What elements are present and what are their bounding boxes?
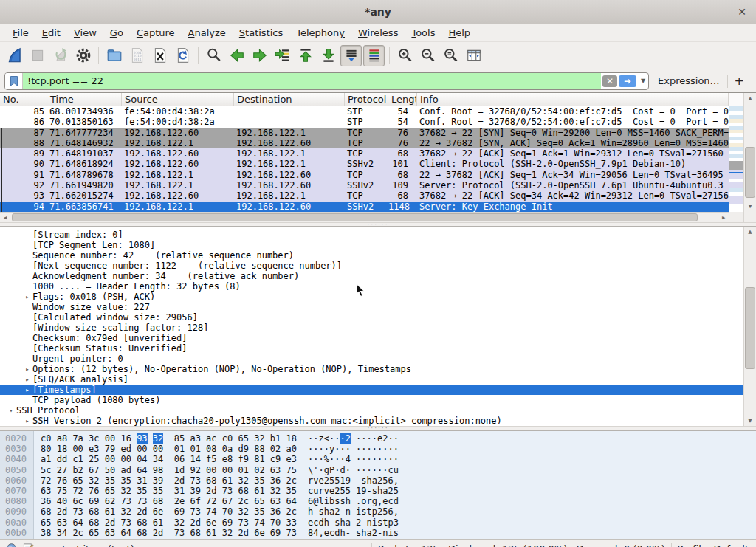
column-header-no[interactable]: No. — [0, 93, 47, 106]
detail-line[interactable]: TCP payload (1080 bytes) — [0, 395, 743, 405]
menu-capture[interactable]: Capture — [130, 26, 182, 40]
hex-row-0040[interactable]: 0040a1 dd c1 25 00 00 04 34 06 14 f5 e8 … — [0, 454, 756, 464]
packet-row-92[interactable]: 9271.661949820192.168.122.1192.168.122.6… — [0, 180, 729, 190]
detail-line[interactable]: Urgent pointer: 0 — [0, 354, 743, 364]
add-filter-button[interactable]: + — [728, 74, 752, 88]
packet-row-85[interactable]: 8568.001734936fe:54:00:d4:38:2aSTP54Conf… — [0, 106, 729, 117]
capture-comment-icon[interactable] — [23, 543, 34, 547]
file-open-button[interactable] — [103, 45, 125, 66]
filter-bookmark-icon[interactable] — [5, 73, 23, 89]
detail-line[interactable]: Acknowledgment number: 34 (relative ack … — [0, 271, 743, 281]
hscroll-trough[interactable] — [10, 213, 718, 222]
packet-list-vscrollbar[interactable]: ▲ ▼ — [743, 93, 756, 222]
packet-list-hscrollbar[interactable]: ◀ ▶ — [0, 212, 729, 222]
packet-row-86[interactable]: 8670.013850163fe:54:00:d4:38:2aSTP54Conf… — [0, 117, 729, 127]
hex-row-0080[interactable]: 008036 40 6c 69 62 73 73 68 2e 6f 72 67 … — [0, 496, 756, 506]
hscroll-right-arrow[interactable]: ▶ — [718, 215, 729, 221]
filter-clear-button[interactable]: ✕ — [602, 75, 617, 87]
details-vscrollbar[interactable]: ▲ ▼ — [743, 227, 756, 426]
packet-row-94[interactable]: 9471.663856741192.168.122.1192.168.122.6… — [0, 202, 729, 212]
vscroll-trough[interactable] — [744, 103, 756, 202]
packet-row-91[interactable]: 9171.648789678192.168.122.1192.168.122.6… — [0, 170, 729, 180]
menu-help[interactable]: Help — [441, 26, 477, 40]
go-previous-button[interactable] — [226, 45, 247, 66]
filter-apply-button[interactable]: ➜ — [619, 75, 636, 87]
tree-collapsed-icon[interactable]: ▸ — [22, 364, 32, 374]
file-save-button[interactable]: 010101100011 — [126, 45, 148, 66]
resize-columns-button[interactable] — [463, 45, 484, 66]
tree-collapsed-icon[interactable]: ▸ — [22, 416, 32, 426]
display-filter-field[interactable]: !tcp.port == 22 ✕ ➜ ▼ — [4, 72, 649, 90]
detail-line[interactable]: [Window size scaling factor: 128] — [0, 323, 743, 333]
expression-button[interactable]: Expression… — [649, 75, 727, 86]
hscroll-left-arrow[interactable]: ◀ — [0, 215, 10, 221]
auto-scroll-button[interactable] — [340, 45, 362, 66]
tree-collapsed-icon[interactable]: ▸ — [22, 385, 32, 395]
expert-info-icon[interactable] — [6, 543, 17, 547]
column-header-source[interactable]: Source — [122, 93, 234, 106]
detail-line[interactable]: ▸[Timestamps] — [0, 385, 743, 395]
detail-line[interactable]: [Stream index: 0] — [0, 230, 743, 240]
go-to-packet-button[interactable] — [272, 45, 293, 66]
menu-tools[interactable]: Tools — [405, 26, 441, 40]
column-header-time[interactable]: Time — [47, 93, 122, 106]
menu-view[interactable]: View — [67, 26, 103, 40]
details-scroll-down-arrow[interactable]: ▼ — [744, 416, 756, 426]
file-close-button[interactable] — [149, 45, 171, 66]
detail-line[interactable]: [TCP Segment Len: 1080] — [0, 240, 743, 250]
hex-row-0030[interactable]: 003080 18 00 e3 79 ed 00 00 01 01 08 0a … — [0, 444, 756, 454]
filter-dropdown-arrow[interactable]: ▼ — [638, 73, 648, 89]
detail-line[interactable]: [Calculated window size: 29056] — [0, 312, 743, 323]
find-packet-button[interactable] — [203, 45, 224, 66]
details-scroll-up-arrow[interactable]: ▲ — [744, 227, 756, 237]
column-header-protocol[interactable]: Protocol — [345, 93, 388, 106]
intelligent-scrollbar-minimap[interactable] — [729, 93, 743, 222]
menu-edit[interactable]: Edit — [35, 26, 67, 40]
hex-row-00b0[interactable]: 00b038 34 2c 65 63 64 68 2d 73 68 61 32 … — [0, 528, 756, 538]
go-first-button[interactable] — [295, 45, 316, 66]
detail-line[interactable]: 1000 .... = Header Length: 32 bytes (8) — [0, 281, 743, 292]
hex-row-00a0[interactable]: 00a065 63 64 68 2d 73 68 61 32 2d 6e 69 … — [0, 517, 756, 528]
hex-row-0090[interactable]: 009068 2d 73 68 61 32 2d 6e 69 73 74 70 … — [0, 506, 756, 517]
zoom-in-button[interactable] — [394, 45, 416, 66]
capture-options-button[interactable] — [72, 45, 94, 66]
vscroll-up-arrow[interactable]: ▲ — [744, 93, 756, 103]
menu-telephony[interactable]: Telephony — [289, 26, 351, 40]
zoom-original-button[interactable] — [440, 45, 461, 66]
capture-start-button[interactable] — [4, 45, 25, 66]
file-reload-button[interactable] — [172, 45, 193, 66]
menu-file[interactable]: File — [6, 26, 35, 40]
vscroll-thumb[interactable] — [745, 147, 755, 198]
details-scroll-thumb[interactable] — [745, 287, 755, 369]
menu-wireless[interactable]: Wireless — [351, 26, 405, 40]
details-scroll-trough[interactable] — [744, 237, 756, 416]
tree-collapsed-icon[interactable]: ▸ — [22, 292, 32, 302]
capture-stop-button[interactable] — [27, 45, 48, 66]
column-header-length[interactable]: Length — [388, 93, 417, 106]
packet-row-87[interactable]: 8771.647777234192.168.122.60192.168.122.… — [0, 128, 729, 138]
title-bar[interactable]: *any ✕ — [0, 0, 756, 24]
detail-line[interactable]: ▸[SEQ/ACK analysis] — [0, 374, 743, 385]
filter-input[interactable]: !tcp.port == 22 — [23, 73, 601, 89]
zoom-out-button[interactable] — [417, 45, 439, 66]
colorize-button[interactable] — [363, 45, 385, 66]
column-header-destination[interactable]: Destination — [234, 93, 345, 106]
tree-collapsed-icon[interactable]: ▸ — [22, 374, 32, 385]
go-next-button[interactable] — [249, 45, 270, 66]
detail-line[interactable]: [Next sequence number: 1122 (relative se… — [0, 261, 743, 271]
packet-list-header[interactable]: No.TimeSourceDestinationProtocolLengthIn… — [0, 93, 729, 106]
packet-row-88[interactable]: 8871.648146932192.168.122.1192.168.122.6… — [0, 138, 729, 148]
status-profile[interactable]: Profile: Default — [678, 543, 756, 547]
go-last-button[interactable] — [317, 45, 339, 66]
detail-line[interactable]: Checksum: 0x79ed [unverified] — [0, 333, 743, 343]
vscroll-down-arrow[interactable]: ▼ — [744, 202, 756, 212]
detail-line[interactable]: Sequence number: 42 (relative sequence n… — [0, 250, 743, 261]
hex-row-0020[interactable]: 0020c0 a8 7a 3c 00 16 93 32 85 a3 ac c0 … — [0, 433, 756, 444]
detail-line[interactable]: Window size value: 227 — [0, 302, 743, 312]
tree-expanded-icon[interactable]: ▾ — [6, 405, 16, 416]
hex-row-0060[interactable]: 006072 76 65 32 35 35 31 39 2d 73 68 61 … — [0, 475, 756, 486]
detail-line[interactable]: ▸Flags: 0x018 (PSH, ACK) — [0, 292, 743, 302]
detail-line[interactable]: [Checksum Status: Unverified] — [0, 343, 743, 354]
hscroll-thumb[interactable] — [12, 213, 698, 221]
packet-bytes-pane[interactable]: 0020c0 a8 7a 3c 00 16 93 32 85 a3 ac c0 … — [0, 430, 756, 539]
